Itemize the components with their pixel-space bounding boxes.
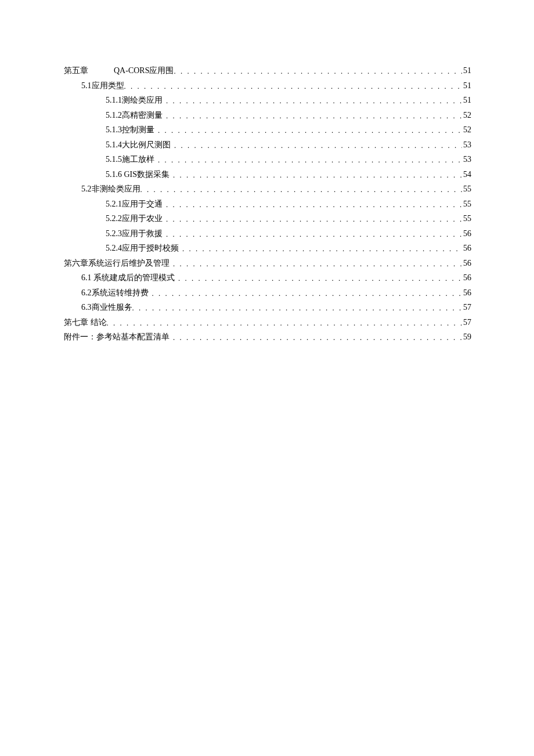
toc-label: 5.1.3控制测量 <box>106 126 154 134</box>
toc-entry: 5.2.3应用于救援56 <box>64 230 471 238</box>
toc-page-number: 56 <box>462 244 471 252</box>
table-of-contents: 第五章QA-CORS应用围515.1应用类型515.1.1测绘类应用515.1.… <box>64 67 471 341</box>
toc-label: 5.2.3应用于救援 <box>106 230 163 238</box>
toc-leader-dots <box>107 319 463 327</box>
toc-label: 5.2.4应用于授时校频 <box>106 244 179 252</box>
toc-leader-dots <box>178 274 462 282</box>
toc-entry: 6.3商业性服务57 <box>64 303 471 312</box>
toc-entry: 附件一：参考站基本配置清单59 <box>64 333 471 341</box>
toc-leader-dots <box>173 171 462 179</box>
toc-page-number: 55 <box>462 185 471 193</box>
toc-label: 5.2.2应用于农业 <box>106 215 163 223</box>
toc-entry: 5.2非测绘类应用55 <box>64 185 471 193</box>
toc-page-number: 55 <box>462 215 471 223</box>
toc-page-number: 52 <box>462 126 471 134</box>
toc-page-number: 56 <box>462 274 471 282</box>
toc-entry: 第七章 结论57 <box>64 319 471 327</box>
toc-entry: 5.1.6 GIS数据采集54 <box>64 171 471 179</box>
toc-page-number: 51 <box>462 67 471 75</box>
toc-label: 5.1.5施工放样 <box>106 155 154 164</box>
toc-page-number: 53 <box>462 141 471 149</box>
toc-entry: 5.2.4应用于授时校频56 <box>64 244 471 252</box>
toc-entry: 5.1.1测绘类应用51 <box>64 96 471 104</box>
toc-label: 5.1应用类型 <box>81 82 124 90</box>
toc-label: 6.3商业性服务 <box>81 303 132 312</box>
toc-leader-dots <box>166 97 462 104</box>
toc-entry: 第六章系统运行后维护及管理56 <box>64 259 471 267</box>
toc-leader-dots <box>158 156 462 164</box>
toc-label: 第六章系统运行后维护及管理 <box>64 259 169 267</box>
toc-label: 第五章QA-CORS应用围 <box>64 67 174 75</box>
toc-label: 5.1.2高精密测量 <box>106 111 163 120</box>
toc-label: 5.1.1测绘类应用 <box>106 96 163 104</box>
toc-page-number: 56 <box>462 289 471 297</box>
toc-leader-dots <box>166 230 462 238</box>
toc-leader-dots <box>174 67 462 75</box>
toc-page-number: 51 <box>462 96 471 104</box>
toc-entry: 5.1.5施工放样53 <box>64 155 471 164</box>
toc-page-number: 57 <box>462 319 471 327</box>
toc-page-number: 56 <box>462 230 471 238</box>
toc-page-number: 56 <box>462 259 471 267</box>
toc-entry: 5.2.2应用于农业55 <box>64 215 471 223</box>
toc-leader-dots <box>174 142 462 149</box>
toc-leader-dots <box>173 260 462 267</box>
toc-entry: 6.2系统运转维持费56 <box>64 289 471 297</box>
toc-label: 6.2系统运转维持费 <box>81 289 149 297</box>
toc-page-number: 57 <box>462 303 471 312</box>
toc-entry: 6.1 系统建成后的管理模式56 <box>64 274 471 282</box>
toc-label: 5.1.4大比例尺测图 <box>106 141 171 149</box>
toc-leader-dots <box>166 215 462 223</box>
toc-leader-dots <box>158 126 462 134</box>
toc-leader-dots <box>166 201 462 208</box>
toc-chapter-title: QA-CORS应用围 <box>114 67 174 75</box>
toc-leader-dots <box>182 245 462 252</box>
toc-label: 第七章 结论 <box>64 319 107 327</box>
toc-entry: 5.1.2高精密测量52 <box>64 111 471 120</box>
toc-entry: 5.2.1应用于交通55 <box>64 200 471 208</box>
toc-page-number: 53 <box>462 155 471 164</box>
toc-label: 5.1.6 GIS数据采集 <box>106 171 169 179</box>
toc-label: 5.2.1应用于交通 <box>106 200 163 208</box>
toc-leader-dots <box>173 334 462 341</box>
toc-label: 6.1 系统建成后的管理模式 <box>81 274 175 282</box>
toc-entry: 第五章QA-CORS应用围51 <box>64 67 471 75</box>
toc-leader-dots <box>152 290 463 297</box>
toc-leader-dots <box>140 186 463 193</box>
toc-page-number: 55 <box>462 200 471 208</box>
toc-page-number: 51 <box>462 82 471 90</box>
toc-entry: 5.1应用类型51 <box>64 82 471 90</box>
toc-chapter-prefix: 第五章 <box>64 67 88 75</box>
toc-leader-dots <box>132 304 463 312</box>
toc-page-number: 54 <box>462 171 471 179</box>
toc-page-number: 52 <box>462 111 471 120</box>
toc-entry: 5.1.3控制测量52 <box>64 126 471 134</box>
toc-label: 附件一：参考站基本配置清单 <box>64 333 169 341</box>
toc-label: 5.2非测绘类应用 <box>81 185 140 193</box>
toc-page-number: 59 <box>462 333 471 341</box>
toc-entry: 5.1.4大比例尺测图53 <box>64 141 471 149</box>
toc-leader-dots <box>166 112 462 120</box>
toc-leader-dots <box>124 82 463 90</box>
